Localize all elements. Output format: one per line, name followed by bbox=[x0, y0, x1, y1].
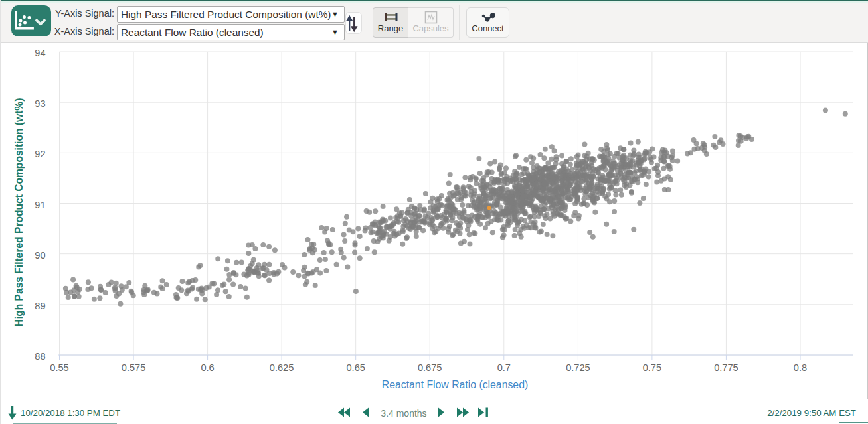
svg-text:92: 92 bbox=[35, 149, 45, 159]
svg-text:0.8: 0.8 bbox=[794, 362, 807, 373]
svg-text:0.725: 0.725 bbox=[566, 362, 590, 373]
svg-text:93: 93 bbox=[35, 98, 45, 109]
svg-text:0.625: 0.625 bbox=[270, 362, 294, 373]
svg-text:89: 89 bbox=[35, 301, 45, 311]
svg-text:0.75: 0.75 bbox=[643, 362, 661, 373]
svg-text:0.575: 0.575 bbox=[122, 362, 146, 373]
svg-text:0.55: 0.55 bbox=[50, 362, 68, 373]
svg-text:0.675: 0.675 bbox=[418, 362, 442, 373]
svg-text:90: 90 bbox=[35, 250, 45, 261]
svg-text:91: 91 bbox=[35, 200, 45, 210]
svg-text:94: 94 bbox=[35, 48, 45, 58]
svg-text:0.6: 0.6 bbox=[201, 362, 214, 373]
svg-text:High Pass Filtered Product Com: High Pass Filtered Product Composition (… bbox=[13, 98, 25, 327]
svg-text:Reactant Flow Ratio (cleansed): Reactant Flow Ratio (cleansed) bbox=[382, 379, 528, 390]
svg-text:0.7: 0.7 bbox=[497, 362, 511, 373]
svg-text:0.65: 0.65 bbox=[346, 362, 365, 373]
svg-text:0.775: 0.775 bbox=[714, 362, 738, 373]
svg-text:88: 88 bbox=[35, 351, 45, 362]
